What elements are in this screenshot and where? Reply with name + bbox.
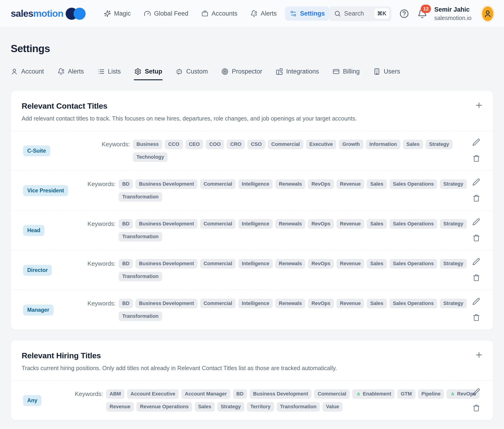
title-row-vice-president: Vice PresidentKeywords:BDBusiness Develo…	[11, 170, 493, 210]
plus-icon	[475, 351, 483, 359]
logo[interactable]: salesmotion	[11, 8, 86, 20]
keyword-chip: Executive	[306, 140, 336, 149]
edit-button[interactable]	[472, 178, 480, 187]
tab-label: Custom	[186, 68, 208, 75]
keyword-chip: Transformation	[119, 272, 162, 281]
edit-button[interactable]	[472, 138, 480, 147]
nav-settings[interactable]: Settings	[285, 7, 330, 21]
keyword-chip: Revenue	[336, 299, 364, 308]
delete-button[interactable]	[472, 154, 480, 163]
keyword-chip: Enablement	[352, 389, 395, 399]
edit-button[interactable]	[472, 388, 480, 397]
keyword-chip: Information	[366, 140, 400, 149]
user-org: salesmotion.io	[434, 14, 471, 21]
keyword-chip: Commercial	[200, 179, 236, 189]
edit-button[interactable]	[472, 218, 480, 227]
keyword-chip: Strategy	[440, 219, 467, 229]
logo-text-motion: motion	[33, 8, 63, 19]
keyword-chip: Territory	[247, 402, 274, 411]
delete-button[interactable]	[472, 234, 480, 243]
tab-label: Billing	[343, 68, 360, 75]
delete-button[interactable]	[472, 404, 480, 413]
contact-title-rows: C-SuiteKeywords:BusinessCCOCEOCOOCROCSOC…	[11, 131, 493, 330]
tab-setup[interactable]: Setup	[134, 68, 162, 80]
tab-alerts[interactable]: Alerts	[57, 68, 84, 80]
title-row-head: HeadKeywords:BDBusiness DevelopmentComme…	[11, 210, 493, 250]
keyword-chip: RevOps	[308, 299, 334, 308]
keyword-chip: Strategy	[440, 259, 467, 268]
tab-integrations[interactable]: Integrations	[276, 68, 319, 80]
nav-accounts[interactable]: Accounts	[197, 7, 242, 21]
keyword-chip: Value	[323, 402, 342, 411]
keyword-chip: Business Development	[250, 389, 312, 399]
tab-lists[interactable]: Lists	[98, 68, 121, 80]
tab-users[interactable]: Users	[373, 68, 400, 80]
keyword-chip: Renewals	[275, 299, 305, 308]
keyword-chip: Revenue Operations	[136, 402, 192, 411]
delete-button[interactable]	[472, 314, 480, 322]
keyword-chip: Strategy	[440, 299, 467, 308]
plus-icon	[475, 101, 483, 110]
tab-prospector[interactable]: Prospector	[221, 68, 262, 80]
keyword-chips: BusinessCCOCEOCOOCROCSOCommercialExecuti…	[133, 140, 453, 162]
help-button[interactable]	[399, 9, 409, 19]
user-menu[interactable]: Semir Jahic salesmotion.io	[434, 6, 471, 21]
edit-button[interactable]	[472, 298, 480, 306]
tab-label: Integrations	[286, 68, 319, 75]
search-input[interactable]	[344, 10, 372, 18]
list-icon	[98, 68, 105, 75]
nav-alerts[interactable]: Alerts	[246, 7, 281, 21]
keyword-chip: Strategy	[217, 402, 244, 411]
tab-label: Prospector	[232, 68, 262, 75]
trash-icon	[472, 154, 480, 162]
tab-billing[interactable]: Billing	[333, 68, 360, 80]
nav-global-feed[interactable]: Global Feed	[139, 7, 193, 21]
keywords-label: Keywords:	[88, 179, 116, 189]
primary-nav: MagicGlobal FeedAccountsAlertsSettings	[99, 7, 330, 21]
search-icon	[334, 10, 341, 17]
add-contact-title-button[interactable]	[475, 101, 483, 110]
relevant-hiring-titles-card: Relevant Hiring Titles Tracks current hi…	[11, 340, 493, 420]
keyword-chip: Renewals	[275, 219, 305, 229]
keyword-chip: Technology	[133, 152, 168, 162]
tab-account[interactable]: Account	[11, 68, 44, 80]
keyword-chip: Commercial	[314, 389, 350, 399]
delete-button[interactable]	[472, 274, 480, 282]
gauge-icon	[144, 10, 151, 17]
card-title: Relevant Contact Titles	[22, 101, 482, 110]
relevant-contact-titles-card: Relevant Contact Titles Add relevant con…	[11, 90, 493, 330]
add-hiring-title-button[interactable]	[475, 351, 483, 359]
search-box[interactable]: ⌘K	[330, 6, 392, 21]
keyword-chip: Account Manager	[181, 389, 230, 399]
edit-button[interactable]	[472, 258, 480, 266]
tab-label: Users	[384, 68, 400, 75]
keyword-chip: Commercial	[200, 259, 236, 268]
keyword-chips: BDBusiness DevelopmentCommercialIntellig…	[119, 179, 467, 202]
keyword-chip: RevOps	[308, 259, 334, 268]
blocks-icon	[276, 68, 283, 75]
help-icon	[399, 9, 409, 19]
tab-label: Account	[21, 68, 44, 75]
user-icon	[484, 9, 492, 18]
topbar: salesmotion MagicGlobal FeedAccountsAler…	[0, 0, 504, 27]
gear-icon	[134, 68, 142, 75]
keyword-chip: Sales Operations	[389, 299, 437, 308]
keyword-chip: Strategy	[440, 179, 467, 189]
bell-dot-icon	[250, 10, 258, 17]
keyword-chip: Transformation	[119, 192, 162, 202]
tab-custom[interactable]: Custom	[176, 68, 208, 80]
tab-label: Alerts	[68, 68, 84, 75]
keyword-chip: Business Development	[135, 219, 198, 229]
keyword-chip: Business Development	[135, 299, 198, 308]
nav-magic[interactable]: Magic	[99, 7, 135, 21]
keyword-chip: RevOps	[308, 219, 334, 229]
keyword-chips: ABMAccount ExecutiveAccount ManagerBDBus…	[106, 389, 480, 411]
avatar[interactable]	[482, 7, 493, 21]
tab-label: Setup	[145, 68, 162, 75]
delete-button[interactable]	[472, 194, 480, 203]
title-row-manager: ManagerKeywords:BDBusiness DevelopmentCo…	[11, 290, 493, 330]
keyword-chip: Revenue	[336, 259, 364, 268]
search-icon	[334, 10, 341, 17]
notification-badge: 12	[421, 5, 431, 13]
notifications-button[interactable]: 12	[417, 9, 427, 19]
